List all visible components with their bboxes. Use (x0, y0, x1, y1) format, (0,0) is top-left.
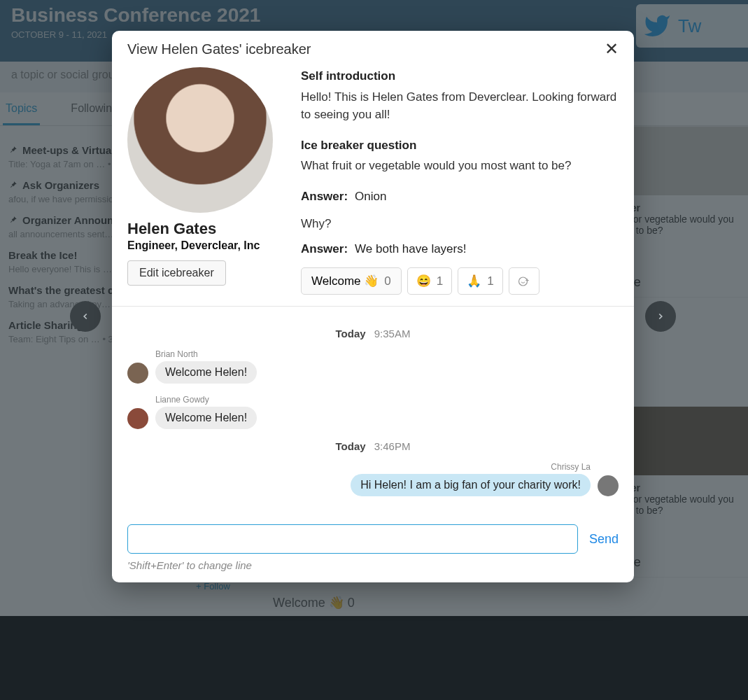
answer-row: Answer: We both have layers! (301, 240, 619, 258)
modal-top: Helen Gates Engineer, Deverclear, Inc Ed… (112, 67, 634, 307)
avatar (127, 67, 273, 213)
message-bubble: Welcome Helen! (155, 407, 257, 429)
edit-icebreaker-button[interactable]: Edit icebreaker (127, 260, 226, 286)
smiley-plus-icon (518, 275, 530, 288)
reaction-count: 1 (437, 274, 443, 288)
message-author: Lianne Gowdy (155, 395, 257, 405)
chat-message: Lianne Gowdy Welcome Helen! (127, 395, 619, 429)
reaction-pray[interactable]: 🙏 1 (458, 267, 502, 295)
modal-title: View Helen Gates' icebreaker (127, 41, 311, 57)
message-bubble: Hi Helen! I am a big fan of your charity… (351, 474, 591, 496)
chat-message: Brian North Welcome Helen! (127, 349, 619, 384)
reaction-label: 😄 (416, 274, 431, 288)
question-heading: Ice breaker question (301, 136, 619, 155)
answer-row: Answer: Onion (301, 188, 619, 206)
timestamp: Today 3:46PM (127, 440, 619, 452)
question-text: What fruit or vegetable would you most w… (301, 157, 619, 175)
self-intro-heading: Self introduction (301, 67, 619, 85)
message-bubble: Welcome Helen! (155, 361, 257, 384)
reaction-label: 🙏 (467, 274, 481, 288)
reaction-welcome[interactable]: Welcome 👋 0 (301, 267, 402, 295)
close-icon: ✕ (605, 39, 619, 58)
send-button[interactable]: Send (589, 532, 619, 547)
message-author: Chrissy La (551, 462, 591, 472)
timestamp-time: 3:46PM (374, 440, 411, 452)
avatar (598, 475, 619, 496)
answer-label: Answer: (301, 188, 348, 206)
modal-header: View Helen Gates' icebreaker ✕ (112, 31, 634, 67)
reaction-smile[interactable]: 😄 1 (407, 267, 452, 295)
answer-label: Answer: (301, 240, 348, 258)
chat-thread: Today 9:35AM Brian North Welcome Helen! … (112, 307, 634, 520)
timestamp-time: 9:35AM (374, 328, 411, 340)
chat-message-outgoing: Chrissy La Hi Helen! I am a big fan of y… (127, 462, 619, 496)
message-input[interactable] (127, 524, 578, 554)
timestamp-day: Today (336, 328, 366, 340)
svg-point-0 (518, 277, 527, 286)
reaction-label: Welcome 👋 (311, 274, 379, 288)
why-label: Why? (301, 215, 619, 233)
timestamp: Today 9:35AM (127, 328, 619, 340)
avatar (127, 363, 148, 384)
close-button[interactable]: ✕ (605, 41, 619, 57)
icebreaker-modal: View Helen Gates' icebreaker ✕ Helen Gat… (112, 31, 634, 582)
info-column: Self introduction Hello! This is Helen G… (301, 67, 619, 295)
reaction-count: 1 (487, 274, 493, 288)
profile-name: Helen Gates (127, 220, 281, 238)
answer-value: We both have layers! (355, 240, 466, 258)
self-intro-text: Hello! This is Helen Gates from Devercle… (301, 88, 619, 124)
avatar (127, 408, 148, 429)
profile-role: Engineer, Deverclear, Inc (127, 239, 281, 252)
profile-column: Helen Gates Engineer, Deverclear, Inc Ed… (127, 67, 281, 295)
reactions-bar: Welcome 👋 0 😄 1 🙏 1 (301, 267, 619, 295)
add-reaction-button[interactable] (509, 267, 539, 295)
reaction-count: 0 (384, 274, 390, 288)
message-author: Brian North (155, 349, 257, 359)
timestamp-day: Today (336, 440, 366, 452)
input-hint: 'Shift+Enter' to change line (127, 559, 619, 571)
answer-value: Onion (355, 188, 386, 206)
chat-composer: Send 'Shift+Enter' to change line (112, 520, 634, 582)
